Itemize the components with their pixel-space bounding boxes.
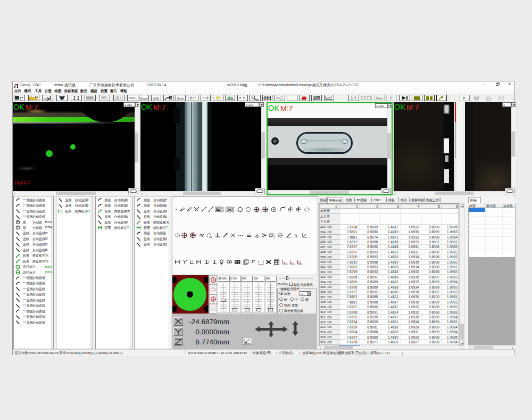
svg-text:r: r <box>292 261 293 264</box>
svg-text:x: x <box>192 260 193 263</box>
svg-text:⊙: ⊙ <box>298 261 301 264</box>
svg-text:A: A <box>294 233 298 238</box>
svg-text:x: x <box>284 261 286 264</box>
